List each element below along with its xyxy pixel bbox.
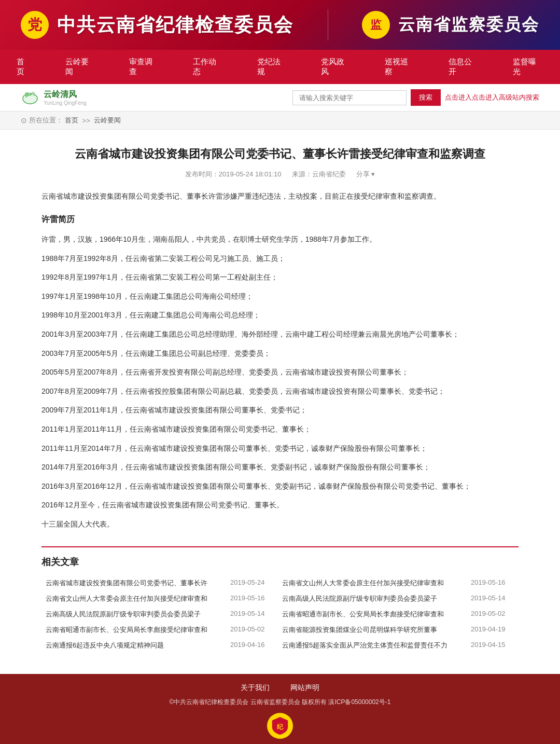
table-row: 云南省昭通市副市长、公安局局长李彪接受纪律审查和 2019-05-02 云南省能… bbox=[41, 622, 519, 638]
related-date-right-0: 2019-05-16 bbox=[467, 575, 519, 591]
related-left-0[interactable]: 云南省城市建设投资集团有限公司党委书记、董事长许 bbox=[41, 575, 226, 591]
table-row: 云南通报6起违反中央八项规定精神问题 2019-04-16 云南通报5超落实全面… bbox=[41, 638, 519, 653]
header-left: 党 中共云南省纪律检查委员会 bbox=[21, 11, 293, 39]
related-left-2[interactable]: 云南高级人民法院原副厅级专职审判委员会委员梁子 bbox=[41, 607, 226, 622]
nav-info[interactable]: 信息公开 bbox=[432, 50, 496, 84]
bio-para-10: 2011年1月至2011年11月，任云南省城市建设投资集团有限公司党委书记、董事… bbox=[41, 422, 519, 436]
nav-news[interactable]: 云岭要闻 bbox=[49, 50, 113, 84]
bio-para-9: 2009年7月至2011年1月，任云南省城市建设投资集团有限公司董事长、党委书记… bbox=[41, 403, 519, 417]
related-date-right-3: 2019-04-19 bbox=[467, 622, 519, 638]
main-nav: 首页 云岭要闻 审查调查 工作动态 党纪法规 党风政风 巡视巡察 信息公开 监督… bbox=[0, 50, 560, 84]
header-title-right: 云南省监察委员会 bbox=[398, 13, 539, 36]
pub-time-label: 发布时间：2019-05-24 18:01:10 bbox=[185, 170, 282, 179]
header-divider bbox=[328, 9, 328, 40]
shield-icon: 纪 bbox=[270, 715, 290, 736]
article-meta: 发布时间：2019-05-24 18:01:10 来源：云南省纪委 分享 ▾ bbox=[41, 170, 519, 179]
svg-point-2 bbox=[32, 92, 35, 95]
article-title: 云南省城市建设投资集团有限公司党委书记、董事长许雷接受纪律审查和监察调查 bbox=[41, 145, 519, 162]
svg-point-1 bbox=[25, 92, 29, 97]
footer-disclaimer[interactable]: 网站声明 bbox=[290, 683, 319, 693]
site-footer: 关于我们 网站声明 ©中共云南省纪律检查委员会 云南省监察委员会 版权所有 滇I… bbox=[0, 674, 560, 744]
related-date-right-2: 2019-05-02 bbox=[467, 607, 519, 622]
footer-emblem-icon: 纪 bbox=[267, 713, 293, 739]
bio-para-3: 1997年1月至1998年10月，任云南建工集团总公司海南公司经理； bbox=[41, 290, 519, 304]
related-date-left-3: 2019-05-02 bbox=[226, 622, 278, 638]
related-right-4[interactable]: 云南通报5超落实全面从严治党主体责任和监督责任不力 bbox=[278, 638, 467, 653]
header-right: 监 云南省监察委员会 bbox=[362, 11, 539, 39]
header-title-left: 中共云南省纪律检查委员会 bbox=[57, 12, 293, 38]
related-left-4[interactable]: 云南通报6起违反中央八项规定精神问题 bbox=[41, 638, 226, 653]
party-emblem-icon: 党 bbox=[21, 11, 49, 39]
search-input[interactable] bbox=[292, 90, 407, 105]
search-area: 搜索 点击进入高级站内搜索 bbox=[292, 89, 539, 106]
related-right-1[interactable]: 云南高级人民法院原副厅级专职审判委员会委员梁子 bbox=[278, 591, 467, 607]
footer-links: 关于我们 网站声明 bbox=[21, 683, 539, 693]
sub-header: 云岭清风 YunLing QingFeng 搜索 点击进入高级站内搜索 bbox=[0, 84, 560, 112]
footer-about[interactable]: 关于我们 bbox=[241, 683, 270, 693]
bio-para-4: 1998年10月至2001年3月，任云南建工集团总公司海南公司总经理； bbox=[41, 308, 519, 322]
related-date-left-4: 2019-04-16 bbox=[226, 638, 278, 653]
table-row: 云南高级人民法院原副厅级专职审判委员会委员梁子 2019-05-14 云南省昭通… bbox=[41, 607, 519, 622]
related-date-left-1: 2019-05-16 bbox=[226, 591, 278, 607]
bio-title: 许雷简历 bbox=[41, 212, 519, 227]
bio-para-12: 2014年7月至2016年3月，任云南省城市建设投资集团有限公司董事长、党委副书… bbox=[41, 460, 519, 474]
logo-icon bbox=[21, 88, 39, 107]
breadcrumb-icon: ⊙ bbox=[21, 116, 27, 125]
bio-para-13: 2016年3月至2016年12月，任云南省城市建设投资集团有限公司董事长、党委副… bbox=[41, 479, 519, 493]
nav-law[interactable]: 党纪法规 bbox=[241, 50, 304, 84]
bio-para-5: 2001年3月至2003年7月，任云南建工集团总公司总经理助理、海外部经理，云南… bbox=[41, 327, 519, 341]
logo-area: 云岭清风 YunLing QingFeng bbox=[21, 88, 87, 107]
related-left-3[interactable]: 云南省昭通市副市长、公安局局长李彪接受纪律审查和 bbox=[41, 622, 226, 638]
breadcrumb-section[interactable]: 云岭要闻 bbox=[94, 116, 121, 125]
nav-investigation[interactable]: 审查调查 bbox=[113, 50, 176, 84]
related-right-3[interactable]: 云南省能源投资集团煤业公司昆明煤科学研究所董事 bbox=[278, 622, 467, 638]
nav-patrol[interactable]: 巡视巡察 bbox=[368, 50, 432, 84]
bio-para-11: 2011年11月至2014年7月，任云南省城市建设投资集团有限公司董事长、党委书… bbox=[41, 442, 519, 456]
bio-para-14: 2016年12月至今，任云南省城市建设投资集团有限公司党委书记、董事长。 bbox=[41, 498, 519, 512]
logo-main-text: 云岭清风 bbox=[44, 89, 87, 100]
bio-para-0: 许雷，男，汉族，1966年10月生，湖南岳阳人，中共党员，在职博士研究生学历，1… bbox=[41, 232, 519, 246]
related-table: 云南省城市建设投资集团有限公司党委书记、董事长许 2019-05-24 云南省文… bbox=[41, 575, 519, 653]
related-date-right-4: 2019-04-15 bbox=[467, 638, 519, 653]
breadcrumb: ⊙ 所在位置： 首页 >> 云岭要闻 bbox=[0, 112, 560, 130]
svg-text:纪: 纪 bbox=[276, 723, 284, 731]
related-title: 相关文章 bbox=[41, 556, 519, 568]
nav-home[interactable]: 首页 bbox=[0, 50, 49, 84]
article-content: 云南省城市建设投资集团有限公司党委书记、董事长许雷接受纪律审查和监察调查 发布时… bbox=[0, 130, 560, 674]
bio-para-6: 2003年7月至2005年5月，任云南建工集团总公司副总经理、党委委员； bbox=[41, 347, 519, 361]
advanced-search-link[interactable]: 点击进入高级站内搜索 bbox=[445, 93, 539, 102]
footer-copyright: ©中共云南省纪律检查委员会 云南省监察委员会 版权所有 滇ICP备0500000… bbox=[21, 698, 539, 707]
source-label: 来源：云南省纪委 bbox=[292, 170, 346, 179]
related-date-left-0: 2019-05-24 bbox=[226, 575, 278, 591]
nav-work[interactable]: 工作动态 bbox=[176, 50, 240, 84]
related-date-left-2: 2019-05-14 bbox=[226, 607, 278, 622]
article-body: 云南省城市建设投资集团有限公司党委书记、董事长许雷涉嫌严重违纪违法，主动投案，目… bbox=[41, 189, 519, 531]
nav-expose[interactable]: 监督曝光 bbox=[496, 50, 560, 84]
nav-style[interactable]: 党风政风 bbox=[304, 50, 368, 84]
related-right-2[interactable]: 云南省昭通市副市长、公安局局长李彪接受纪律审查和 bbox=[278, 607, 467, 622]
breadcrumb-home[interactable]: 首页 bbox=[65, 116, 78, 125]
related-left-1[interactable]: 云南省文山州人大常委会原主任付加兴接受纪律审查和 bbox=[41, 591, 226, 607]
table-row: 云南省城市建设投资集团有限公司党委书记、董事长许 2019-05-24 云南省文… bbox=[41, 575, 519, 591]
share-button[interactable]: 分享 ▾ bbox=[356, 170, 375, 179]
bio-para-7: 2005年5月至2007年8月，任云南省开发投资有限公司副总经理、党委委员，云南… bbox=[41, 365, 519, 379]
related-right-0[interactable]: 云南省文山州人大常委会原主任付加兴接受纪律审查和 bbox=[278, 575, 467, 591]
gov-emblem-icon: 监 bbox=[362, 11, 390, 39]
bio-para-1: 1988年7月至1992年8月，任云南省第二安装工程公司见习施工员、施工员； bbox=[41, 252, 519, 266]
related-date-right-1: 2019-05-14 bbox=[467, 591, 519, 607]
bio-para-2: 1992年8月至1997年1月，任云南省第二安装工程公司第一工程处副主任； bbox=[41, 270, 519, 284]
site-header: 党 中共云南省纪律检查委员会 监 云南省监察委员会 bbox=[0, 0, 560, 50]
breadcrumb-sep1: >> bbox=[80, 117, 92, 125]
logo-sub-text: YunLing QingFeng bbox=[44, 100, 87, 106]
table-row: 云南省文山州人大常委会原主任付加兴接受纪律审查和 2019-05-16 云南高级… bbox=[41, 591, 519, 607]
logo-text-area: 云岭清风 YunLing QingFeng bbox=[44, 89, 87, 106]
search-button[interactable]: 搜索 bbox=[411, 89, 441, 106]
article-intro: 云南省城市建设投资集团有限公司党委书记、董事长许雷涉嫌严重违纪违法，主动投案，目… bbox=[41, 189, 519, 203]
related-articles: 相关文章 云南省城市建设投资集团有限公司党委书记、董事长许 2019-05-24… bbox=[41, 546, 519, 653]
breadcrumb-label: 所在位置： bbox=[29, 116, 63, 125]
bio-para-15: 十三届全国人大代表。 bbox=[41, 517, 519, 531]
bio-para-8: 2007年8月至2009年7月，任云南省投控股集团有限公司副总裁、党委委员，云南… bbox=[41, 384, 519, 398]
